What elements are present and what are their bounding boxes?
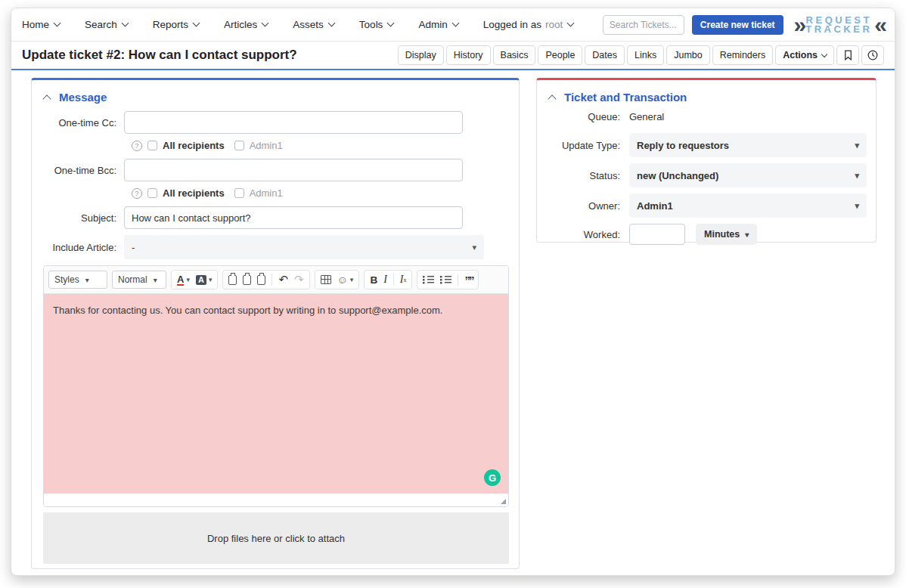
blockquote-icon: ”” — [464, 274, 473, 286]
nav-tools[interactable]: Tools — [359, 19, 394, 30]
owner-select[interactable]: Admin1 ▾ — [629, 193, 867, 218]
tab-actions[interactable]: Actions — [775, 45, 834, 65]
include-article-value: - — [132, 242, 135, 253]
emoji-button[interactable]: ☺▾ — [337, 274, 354, 286]
text-color-button[interactable]: A▾ — [177, 274, 190, 286]
update-type-select[interactable]: Reply to requestors ▾ — [629, 133, 867, 157]
nav-tools-label: Tools — [359, 19, 383, 30]
create-new-ticket-button[interactable]: Create new ticket — [692, 15, 783, 35]
bullet-list-button[interactable] — [440, 275, 451, 284]
help-icon[interactable]: ? — [132, 188, 142, 199]
attachment-dropzone[interactable]: Drop files here or click to attach — [43, 512, 509, 564]
include-article-label: Include Article: — [32, 242, 124, 253]
tab-reminders[interactable]: Reminders — [712, 45, 773, 65]
queue-label: Queue: — [537, 111, 629, 122]
undo-button[interactable]: ↶ — [278, 273, 288, 286]
one-time-cc-input[interactable] — [124, 111, 463, 134]
paste-from-word-button[interactable] — [257, 275, 265, 285]
page-title: Update ticket #2: How can I contact supp… — [22, 48, 297, 63]
background-color-button[interactable]: A▾ — [196, 275, 212, 285]
message-editor: Styles▾ Normal▾ A▾ A▾ ↶ ↷ ☺▾ — [43, 265, 509, 507]
search-tickets-input[interactable] — [603, 15, 684, 35]
remove-format-button[interactable]: Ix — [400, 274, 407, 286]
message-section-header[interactable]: Message — [32, 80, 519, 111]
help-icon[interactable]: ? — [132, 141, 142, 151]
remove-format-x: x — [403, 277, 406, 283]
nav-search[interactable]: Search — [85, 19, 128, 30]
worked-input[interactable] — [629, 224, 685, 245]
paragraph-format-dropdown[interactable]: Normal▾ — [112, 271, 166, 289]
include-article-row: Include Article: - ▾ — [32, 235, 519, 259]
request-tracker-logo: » REQUEST TRACKER « — [794, 15, 884, 35]
paste-plain-text-button[interactable] — [243, 275, 251, 285]
cc-all-recipients-checkbox[interactable] — [147, 141, 157, 150]
bcc-all-recipients-checkbox[interactable] — [147, 188, 157, 198]
owner-value: Admin1 — [637, 200, 673, 212]
ticket-section-header[interactable]: Ticket and Transaction — [537, 80, 876, 111]
message-section-title: Message — [59, 91, 107, 104]
logo-chevrons-right-icon: » — [794, 15, 804, 35]
paste-button[interactable] — [228, 275, 237, 285]
toolbar-divider — [393, 274, 394, 286]
tab-basics[interactable]: Basics — [493, 45, 536, 65]
insert-group: ☺▾ — [315, 270, 360, 289]
message-body-text: Thanks for contacting us. You can contac… — [53, 305, 442, 316]
italic-button[interactable]: I — [383, 274, 387, 286]
nav-admin[interactable]: Admin — [418, 19, 458, 30]
bookmark-button[interactable] — [836, 45, 859, 65]
worked-row: Worked: Minutes ▾ — [537, 224, 867, 245]
collapse-icon — [42, 94, 51, 103]
owner-label: Owner: — [537, 200, 629, 212]
blockquote-button[interactable]: ”” — [464, 274, 473, 286]
logged-in-menu[interactable]: Logged in as root — [483, 19, 574, 30]
insert-table-button[interactable] — [321, 275, 331, 284]
tab-display[interactable]: Display — [398, 45, 444, 65]
nav-articles-label: Articles — [224, 19, 257, 30]
tab-dates[interactable]: Dates — [585, 45, 625, 65]
redo-button[interactable]: ↷ — [294, 273, 304, 286]
cc-admin1-checkbox[interactable] — [234, 141, 244, 150]
status-value: new (Unchanged) — [637, 170, 718, 181]
grammarly-icon[interactable]: G — [484, 469, 501, 486]
chevron-down-icon: ▾ — [209, 276, 213, 283]
owner-row: Owner: Admin1 ▾ — [537, 193, 867, 218]
status-select[interactable]: new (Unchanged) ▾ — [629, 163, 867, 187]
tab-jumbo[interactable]: Jumbo — [666, 45, 710, 65]
bold-button[interactable]: B — [370, 274, 377, 286]
nav-home[interactable]: Home — [22, 19, 60, 30]
paste-from-word-icon — [257, 275, 265, 285]
nav-reports[interactable]: Reports — [153, 19, 199, 30]
ticket-transaction-panel: Ticket and Transaction Queue: General Up… — [536, 78, 877, 243]
background-color-icon: A — [196, 275, 206, 285]
nav-assets[interactable]: Assets — [293, 19, 334, 30]
bullet-list-icon — [440, 275, 451, 284]
paste-plain-text-icon — [243, 275, 251, 285]
nav-articles[interactable]: Articles — [224, 19, 268, 30]
clipboard-group: ↶ ↷ — [222, 270, 309, 289]
one-time-bcc-input[interactable] — [124, 159, 463, 181]
include-article-select[interactable]: - ▾ — [124, 235, 484, 259]
paragraph-format-label: Normal — [118, 274, 147, 285]
tab-actions-label: Actions — [783, 50, 818, 60]
chevron-down-icon — [262, 20, 269, 27]
tab-history[interactable]: History — [446, 45, 491, 65]
numbered-list-button[interactable] — [423, 275, 434, 284]
chevron-down-icon — [327, 20, 335, 27]
resize-handle-icon[interactable] — [501, 499, 506, 504]
undo-icon: ↶ — [278, 273, 288, 286]
message-panel: Message One-time Cc: ? All recipients Ad… — [31, 78, 520, 569]
bcc-admin1-checkbox[interactable] — [234, 188, 244, 198]
subject-input[interactable] — [124, 206, 463, 229]
worked-unit-select[interactable]: Minutes ▾ — [696, 224, 757, 245]
editor-content-area[interactable]: Thanks for contacting us. You can contac… — [44, 294, 508, 494]
bcc-all-recipients-label: All recipients — [163, 187, 225, 199]
timer-button[interactable] — [861, 45, 884, 65]
tab-people[interactable]: People — [538, 45, 582, 65]
chevron-down-icon: ▾ — [855, 141, 859, 150]
worked-label: Worked: — [537, 229, 629, 240]
chevron-down-icon: ▾ — [472, 243, 476, 252]
cc-admin1-label: Admin1 — [250, 140, 283, 151]
clock-icon — [867, 50, 878, 60]
tab-links[interactable]: Links — [627, 45, 664, 65]
styles-dropdown[interactable]: Styles▾ — [48, 271, 107, 289]
